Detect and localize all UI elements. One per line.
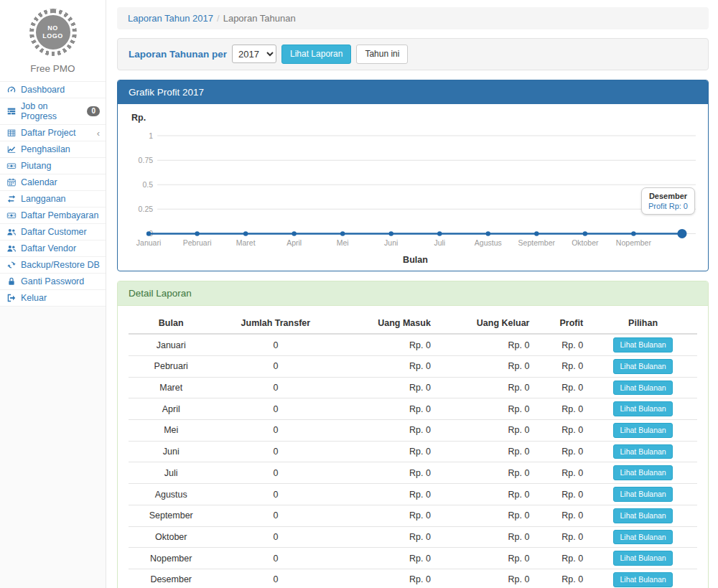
- svg-text:Juli: Juli: [434, 238, 445, 247]
- sidebar-item-langganan[interactable]: Langganan: [0, 190, 106, 207]
- profit-cell: Rp. 0: [535, 505, 589, 526]
- profit-cell: Rp. 0: [535, 484, 589, 505]
- month-cell: April: [129, 398, 213, 420]
- table-row: April0Rp. 0Rp. 0Rp. 0Lihat Bulanan: [129, 398, 697, 420]
- sidebar-item-dashboard[interactable]: Dashboard: [0, 81, 106, 98]
- uang-masuk-cell: Rp. 0: [337, 526, 437, 548]
- lihat-laporan-button[interactable]: Lihat Laporan: [281, 45, 351, 64]
- table-row: Desember0Rp. 0Rp. 0Rp. 0Lihat Bulanan: [129, 569, 697, 588]
- lihat-bulanan-button[interactable]: Lihat Bulanan: [613, 530, 672, 545]
- action-cell: Lihat Bulanan: [589, 334, 697, 355]
- svg-text:Pebruari: Pebruari: [183, 238, 212, 247]
- sidebar-item-calendar[interactable]: Calendar: [0, 174, 106, 190]
- sidebar-item-label: Daftar Customer: [21, 227, 87, 237]
- table-row: Pebruari0Rp. 0Rp. 0Rp. 0Lihat Bulanan: [129, 356, 697, 378]
- action-cell: Lihat Bulanan: [589, 420, 697, 442]
- month-cell: Oktober: [129, 526, 213, 548]
- sidebar-item-daftar-customer[interactable]: Daftar Customer: [0, 223, 106, 240]
- tahun-ini-button[interactable]: Tahun ini: [356, 45, 408, 64]
- sidebar-item-daftar-project[interactable]: Daftar Project ‹: [0, 124, 106, 141]
- profit-chart-panel: Grafik Profit 2017 Rp.00.250.50.751Janua…: [117, 80, 709, 272]
- svg-text:Januari: Januari: [136, 238, 162, 247]
- year-filter-bar: Laporan Tahunan per 2017 Lihat Laporan T…: [117, 38, 709, 70]
- sidebar-item-keluar[interactable]: Keluar: [0, 289, 106, 306]
- line-chart-icon: [6, 144, 17, 154]
- lihat-bulanan-button[interactable]: Lihat Bulanan: [613, 572, 672, 587]
- profit-cell: Rp. 0: [535, 526, 589, 548]
- uang-keluar-cell: Rp. 0: [437, 420, 536, 442]
- sidebar-item-label: Langganan: [21, 194, 66, 204]
- uang-keluar-cell: Rp. 0: [437, 484, 536, 505]
- uang-masuk-cell: Rp. 0: [337, 462, 437, 484]
- logo-text-line1: NO: [47, 24, 58, 32]
- lihat-bulanan-button[interactable]: Lihat Bulanan: [613, 401, 672, 416]
- action-cell: Lihat Bulanan: [589, 462, 697, 484]
- sidebar-item-label: Backup/Restore DB: [21, 260, 100, 270]
- sidebar-item-ganti-password[interactable]: Ganti Password: [0, 273, 106, 289]
- table-icon: [6, 128, 17, 138]
- table-row: Maret0Rp. 0Rp. 0Rp. 0Lihat Bulanan: [129, 377, 697, 398]
- year-select[interactable]: 2017: [232, 45, 276, 63]
- sidebar-item-job-on-progress[interactable]: Job on Progress 0: [0, 98, 106, 124]
- table-row: Nopember0Rp. 0Rp. 0Rp. 0Lihat Bulanan: [129, 548, 697, 569]
- table-row: Januari0Rp. 0Rp. 0Rp. 0Lihat Bulanan: [129, 334, 697, 355]
- detail-panel-title: Detail Laporan: [118, 281, 708, 306]
- sidebar-item-penghasilan[interactable]: Penghasilan: [0, 141, 106, 157]
- uang-masuk-cell: Rp. 0: [337, 484, 437, 505]
- chevron-left-icon: ‹: [97, 129, 100, 138]
- action-cell: Lihat Bulanan: [589, 548, 697, 569]
- tooltip-value: Profit Rp: 0: [648, 202, 688, 210]
- jumlah-transfer-cell: 0: [213, 526, 337, 548]
- profit-cell: Rp. 0: [535, 462, 589, 484]
- svg-text:April: April: [286, 238, 302, 247]
- uang-masuk-cell: Rp. 0: [337, 398, 437, 420]
- lihat-bulanan-button[interactable]: Lihat Bulanan: [613, 423, 672, 438]
- sidebar-item-label: Ganti Password: [21, 276, 84, 286]
- lihat-bulanan-button[interactable]: Lihat Bulanan: [613, 444, 672, 459]
- action-cell: Lihat Bulanan: [589, 484, 697, 505]
- lihat-bulanan-button[interactable]: Lihat Bulanan: [613, 551, 672, 566]
- sidebar-item-label: Penghasilan: [21, 144, 70, 154]
- uang-keluar-cell: Rp. 0: [437, 334, 536, 355]
- tachometer-icon: [6, 85, 17, 95]
- uang-keluar-cell: Rp. 0: [437, 356, 536, 378]
- logo-text-line2: LOGO: [42, 32, 63, 40]
- sidebar-item-daftar-vendor[interactable]: Daftar Vendor: [0, 240, 106, 256]
- lihat-bulanan-button[interactable]: Lihat Bulanan: [613, 337, 672, 353]
- profit-cell: Rp. 0: [535, 377, 589, 398]
- profit-cell: Rp. 0: [535, 569, 589, 588]
- lihat-bulanan-button[interactable]: Lihat Bulanan: [613, 381, 672, 396]
- sidebar-item-backup-restore[interactable]: Backup/Restore DB: [0, 256, 106, 273]
- no-logo-seal-icon: NO LOGO: [29, 9, 77, 56]
- header-jumlah-transfer: Jumlah Transfer: [213, 313, 337, 334]
- chart-panel-body: Rp.00.250.50.751JanuariPebruariMaretApri…: [118, 104, 708, 271]
- uang-masuk-cell: Rp. 0: [337, 377, 437, 398]
- jumlah-transfer-cell: 0: [213, 398, 337, 420]
- svg-text:Agustus: Agustus: [475, 238, 502, 247]
- svg-text:Bulan: Bulan: [403, 254, 428, 264]
- sidebar-item-daftar-pembayaran[interactable]: Daftar Pembayaran: [0, 207, 106, 223]
- svg-text:Mei: Mei: [337, 238, 349, 247]
- brand-name: Free PMO: [0, 63, 106, 74]
- jumlah-transfer-cell: 0: [213, 441, 337, 462]
- app-layout: NO LOGO Free PMO Dashboard Job on Progre…: [0, 0, 718, 588]
- table-row: Juni0Rp. 0Rp. 0Rp. 0Lihat Bulanan: [129, 441, 697, 462]
- lihat-bulanan-button[interactable]: Lihat Bulanan: [613, 487, 672, 502]
- profit-cell: Rp. 0: [535, 420, 589, 442]
- lihat-bulanan-button[interactable]: Lihat Bulanan: [613, 508, 672, 523]
- lihat-bulanan-button[interactable]: Lihat Bulanan: [613, 359, 672, 374]
- profit-line-chart[interactable]: Rp.00.250.50.751JanuariPebruariMaretApri…: [129, 110, 697, 267]
- jumlah-transfer-cell: 0: [213, 334, 337, 355]
- users-icon: [6, 243, 17, 253]
- jumlah-transfer-cell: 0: [213, 462, 337, 484]
- month-cell: Juni: [129, 441, 213, 462]
- month-cell: Agustus: [129, 484, 213, 505]
- uang-keluar-cell: Rp. 0: [437, 526, 536, 548]
- lihat-bulanan-button[interactable]: Lihat Bulanan: [613, 465, 672, 480]
- detail-laporan-panel: Detail Laporan Bulan Jumlah Transfer Uan…: [117, 281, 709, 588]
- table-row: Oktober0Rp. 0Rp. 0Rp. 0Lihat Bulanan: [129, 526, 697, 548]
- sidebar-item-piutang[interactable]: Piutang: [0, 157, 106, 174]
- chart-tooltip: Desember Profit Rp: 0: [641, 187, 695, 215]
- detail-panel-body: Bulan Jumlah Transfer Uang Masuk Uang Ke…: [118, 306, 708, 588]
- breadcrumb-link-laporan-tahun[interactable]: Laporan Tahun 2017: [128, 13, 213, 24]
